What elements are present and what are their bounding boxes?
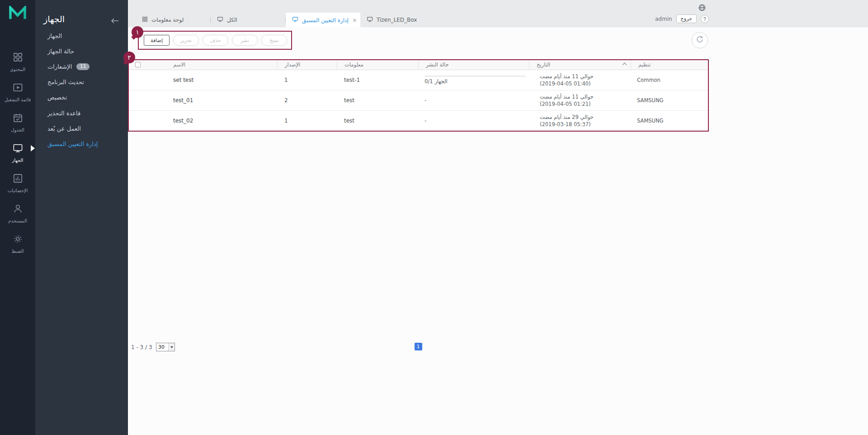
help-button[interactable]: ? [701, 15, 709, 23]
close-icon[interactable]: × [352, 17, 357, 24]
app-root: المحتوى قائمة التشغيل الجدول الجهاز [0, 0, 868, 435]
rail-item-label: الإحصائيات [8, 188, 28, 193]
column-header-date[interactable]: التاريخ [529, 59, 631, 70]
rail-item-label: المستخدم [8, 218, 27, 223]
logout-button[interactable]: خروج [676, 14, 697, 23]
sidebar-item-label: تخصيص [47, 94, 67, 101]
date-absolute: (2019-04-05 01:40) [540, 80, 631, 87]
table-row[interactable]: test_01 2 test - حوالي 11 منذ أيام مضت (… [128, 90, 709, 111]
rail-item-label: المحتوى [10, 67, 25, 72]
username-label[interactable]: admin [655, 16, 672, 22]
tabs: لوحة معلومات الكل إدارة التعيين المسبق × [136, 13, 435, 27]
column-header-organization[interactable]: تنظيم [631, 59, 709, 70]
rail-item-label: الجهاز [12, 158, 24, 163]
content-icon [13, 52, 23, 64]
table-row[interactable]: test_02 1 test - حوالي 29 منذ أيام مضت (… [128, 111, 709, 131]
statistics-icon [13, 173, 23, 185]
monitor-icon [217, 17, 223, 24]
rail-item-playlist[interactable]: قائمة التشغيل [0, 77, 35, 107]
date-relative: حوالي 29 منذ أيام مضت [540, 113, 631, 121]
page-size-value: 30 [156, 343, 168, 351]
rail-item-settings[interactable]: الضبط [0, 228, 35, 259]
refresh-button[interactable] [692, 32, 708, 48]
rail-item-label: الضبط [11, 249, 24, 254]
schedule-icon [13, 113, 23, 125]
add-button[interactable]: إضافة [144, 35, 170, 46]
tab-strip: لوحة معلومات الكل إدارة التعيين المسبق × [128, 0, 868, 27]
settings-icon [13, 234, 23, 246]
copy-button[interactable]: نسخ [261, 35, 287, 46]
column-header-name[interactable]: الاسم [144, 59, 277, 70]
publish-status-cell: - [418, 90, 529, 110]
sidebar-item-preset-management[interactable]: إدارة التعيين المسبق [35, 136, 128, 151]
info-cell: test [337, 97, 418, 104]
device-sidebar: الجهاز الجهاز حالة الجهاز الإشعارات 11 ت… [35, 0, 128, 435]
tab-all-devices[interactable]: الكل [211, 13, 285, 27]
edit-button[interactable]: تحرير [173, 35, 199, 46]
sidebar-item-device-status[interactable]: حالة الجهاز [35, 43, 128, 59]
preset-name-cell: test_01 [144, 97, 277, 104]
tab-preset-management[interactable]: إدارة التعيين المسبق × [286, 13, 360, 28]
version-cell: 1 [277, 118, 337, 124]
sidebar-item-customization[interactable]: تخصيص [35, 90, 128, 105]
sidebar-item-remote-control[interactable]: العمل عن بُعد [35, 121, 128, 136]
table-header-row: الاسم الإصدار معلومات حالة النشر التاريخ… [128, 59, 709, 70]
publish-progress-bar [425, 76, 526, 77]
sidebar-item-notifications[interactable]: الإشعارات 11 [35, 59, 128, 74]
tab-tizen-led-box[interactable]: Tizen_LED_Box [360, 13, 435, 27]
date-absolute: (2019-03-18 05:37) [540, 121, 631, 128]
sidebar-item-software-update[interactable]: تحديث البرنامج [35, 75, 128, 90]
left-icon-rail: المحتوى قائمة التشغيل الجدول الجهاز [0, 0, 35, 435]
main-area: لوحة معلومات الكل إدارة التعيين المسبق × [128, 0, 868, 435]
column-header-publish-status[interactable]: حالة النشر [418, 59, 529, 70]
preset-name-cell: set test [144, 77, 277, 83]
preset-management-content: إضافة تحرير حذف نشر نسخ الاسم الإصدار مع… [128, 27, 868, 435]
select-all-cell [128, 59, 144, 70]
publish-status-cell: الجهاز 0/1 [418, 70, 529, 90]
tab-dashboard[interactable]: لوحة معلومات [136, 13, 210, 27]
publish-button[interactable]: نشر [232, 35, 258, 46]
sidebar-item-label: الجهاز [47, 33, 62, 39]
tab-label: لوحة معلومات [151, 17, 184, 23]
table-row[interactable]: set test 1 test-1 الجهاز 0/1 حوالي 11 من… [128, 70, 709, 90]
annotation-pin-1: ١ [132, 26, 143, 38]
rail-item-device[interactable]: الجهاز [0, 137, 35, 168]
notifications-count-badge: 11 [76, 63, 90, 70]
language-globe-icon[interactable] [698, 4, 706, 13]
rail-list: المحتوى قائمة التشغيل الجدول الجهاز [0, 47, 35, 259]
date-relative: حوالي 11 منذ أيام مضت [540, 73, 631, 80]
monitor-icon [292, 17, 298, 24]
monitor-icon [367, 17, 373, 24]
pagination-range-label: 1 - 3 / 3 [131, 344, 152, 350]
tab-label: إدارة التعيين المسبق [302, 17, 349, 24]
date-cell: حوالي 11 منذ أيام مضت (2019-04-05 01:21) [529, 93, 631, 108]
rail-item-schedule[interactable]: الجدول [0, 107, 35, 137]
delete-button[interactable]: حذف [203, 35, 228, 46]
tab-label: Tizen_LED_Box [377, 17, 417, 23]
sidebar-item-device[interactable]: الجهاز [35, 28, 128, 43]
sidebar-item-warning-rule[interactable]: قاعدة التحذير [35, 105, 128, 121]
rail-item-user[interactable]: المستخدم [0, 198, 35, 228]
magicinfo-logo-icon [9, 6, 27, 20]
sidebar-item-label: الإشعارات [47, 63, 72, 70]
organization-cell: SAMSUNG [631, 97, 709, 104]
magicinfo-logo[interactable] [0, 6, 35, 20]
date-cell: حوالي 11 منذ أيام مضت (2019-04-05 01:40) [529, 73, 631, 87]
user-area: admin خروج ? [655, 14, 709, 23]
rail-item-label: قائمة التشغيل [5, 97, 31, 102]
collapse-arrow-icon[interactable] [111, 17, 119, 25]
page-size-select[interactable]: 30 [156, 343, 175, 351]
rail-item-statistics[interactable]: الإحصائيات [0, 168, 35, 198]
date-absolute: (2019-04-05 01:21) [540, 100, 631, 108]
select-all-checkbox[interactable] [135, 62, 141, 67]
rail-item-content[interactable]: المحتوى [0, 47, 35, 77]
publish-status-text: - [425, 97, 529, 104]
column-header-version[interactable]: الإصدار [277, 59, 337, 70]
current-page-button[interactable]: 1 [415, 343, 422, 350]
version-cell: 2 [277, 97, 337, 104]
column-header-date-label: التاريخ [537, 61, 550, 68]
column-header-info[interactable]: معلومات [337, 59, 418, 70]
organization-cell: SAMSUNG [631, 118, 709, 124]
user-icon [13, 203, 23, 216]
rail-item-label: الجدول [11, 128, 24, 132]
